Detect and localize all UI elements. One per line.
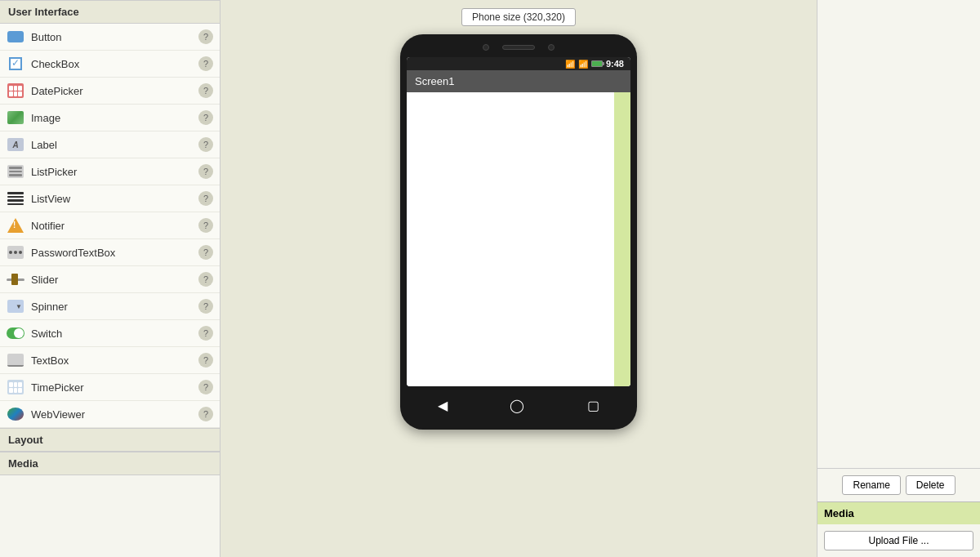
component-image[interactable]: Image ? — [0, 105, 220, 131]
webviewer-help[interactable]: ? — [198, 407, 213, 421]
right-sidebar: Rename Delete Media Upload File ... — [817, 0, 980, 557]
button-icon — [7, 28, 24, 46]
phone-top — [407, 44, 630, 51]
screen-title: Screen1 — [415, 75, 454, 87]
rename-button[interactable]: Rename — [842, 475, 900, 495]
component-timepicker-label: TimePicker — [31, 381, 198, 394]
component-webviewer-label: WebViewer — [31, 408, 198, 421]
component-slider[interactable]: Slider ? — [0, 266, 220, 293]
component-checkbox[interactable]: CheckBox ? — [0, 51, 220, 78]
component-button-label: Button — [31, 31, 198, 43]
timepicker-icon — [7, 378, 24, 396]
upload-file-button[interactable]: Upload File ... — [824, 531, 973, 550]
phone-content[interactable] — [407, 92, 630, 386]
component-listpicker[interactable]: ListPicker ? — [0, 158, 220, 185]
nav-back-button[interactable]: ◀ — [438, 398, 448, 413]
center-area: Phone size (320,320) 📶 📶 9:48 Screen1 ◀ — [220, 0, 817, 557]
passwordtextbox-icon — [7, 243, 24, 261]
listview-icon — [7, 189, 24, 207]
media-section-header: Media — [0, 452, 220, 475]
phone-bottom-nav: ◀ ◯ ▢ — [407, 391, 630, 420]
component-spinner[interactable]: ▼ Spinner ? — [0, 293, 220, 320]
component-textbox[interactable]: TextBox ? — [0, 347, 220, 374]
listview-help[interactable]: ? — [198, 191, 213, 206]
component-listview[interactable]: ListView ? — [0, 185, 220, 212]
listpicker-icon — [7, 163, 24, 180]
phone-mockup: 📶 📶 9:48 Screen1 ◀ ◯ ▢ — [400, 34, 637, 430]
layout-section-header: Layout — [0, 428, 220, 452]
component-slider-label: Slider — [31, 274, 198, 286]
slider-help[interactable]: ? — [198, 272, 213, 287]
switch-help[interactable]: ? — [198, 326, 213, 341]
label-icon: A — [7, 136, 24, 154]
component-button[interactable]: Button ? — [0, 24, 220, 51]
datepicker-icon — [7, 82, 24, 100]
nav-home-button[interactable]: ◯ — [510, 398, 524, 413]
phone-status-bar: 📶 📶 9:48 — [407, 57, 630, 70]
component-notifier[interactable]: Notifier ? — [0, 212, 220, 239]
component-listview-label: ListView — [31, 193, 198, 205]
delete-button[interactable]: Delete — [906, 475, 956, 495]
component-label-label: Label — [31, 139, 198, 151]
passwordtextbox-help[interactable]: ? — [198, 245, 213, 260]
textbox-icon — [7, 351, 24, 369]
phone-size-bar: Phone size (320,320) — [461, 8, 576, 26]
component-passwordtextbox[interactable]: PasswordTextBox ? — [0, 239, 220, 266]
phone-titlebar: Screen1 — [407, 70, 630, 92]
ui-section-header: User Interface — [0, 0, 220, 24]
nav-recent-button[interactable]: ▢ — [587, 398, 599, 413]
image-icon — [7, 109, 24, 127]
component-label[interactable]: A Label ? — [0, 131, 220, 158]
component-timepicker[interactable]: TimePicker ? — [0, 374, 220, 401]
notifier-icon — [7, 216, 24, 234]
spinner-help[interactable]: ? — [198, 299, 213, 314]
component-switch-label: Switch — [31, 328, 198, 340]
phone-size-button[interactable]: Phone size (320,320) — [461, 8, 576, 26]
label-help[interactable]: ? — [198, 137, 213, 152]
checkbox-icon — [7, 55, 24, 73]
left-sidebar: User Interface Button ? CheckBox ? DateP… — [0, 0, 220, 557]
battery-icon — [591, 60, 603, 67]
webviewer-icon — [7, 405, 24, 423]
textbox-help[interactable]: ? — [198, 353, 213, 368]
notifier-help[interactable]: ? — [198, 218, 213, 233]
upload-area: Upload File ... — [817, 524, 980, 557]
phone-camera — [483, 44, 489, 51]
status-time: 9:48 — [606, 59, 624, 69]
slider-icon — [7, 270, 24, 288]
right-properties-section — [817, 0, 980, 468]
phone-screen[interactable]: 📶 📶 9:48 Screen1 — [407, 57, 630, 386]
image-help[interactable]: ? — [198, 110, 213, 125]
component-textbox-label: TextBox — [31, 354, 198, 367]
media-section-header: Media — [817, 501, 980, 524]
signal-icon: 📶 — [578, 60, 588, 69]
checkbox-help[interactable]: ? — [198, 56, 213, 71]
right-action-buttons: Rename Delete — [817, 468, 980, 501]
component-webviewer[interactable]: WebViewer ? — [0, 401, 220, 428]
switch-icon — [7, 324, 24, 342]
component-spinner-label: Spinner — [31, 301, 198, 313]
datepicker-help[interactable]: ? — [198, 83, 213, 98]
phone-speaker — [502, 45, 535, 50]
component-switch[interactable]: Switch ? — [0, 320, 220, 347]
component-datepicker-label: DatePicker — [31, 85, 198, 97]
component-datepicker[interactable]: DatePicker ? — [0, 78, 220, 105]
wifi-icon: 📶 — [565, 60, 575, 69]
component-notifier-label: Notifier — [31, 220, 198, 232]
listpicker-help[interactable]: ? — [198, 164, 213, 179]
spinner-icon: ▼ — [7, 297, 24, 315]
component-checkbox-label: CheckBox — [31, 58, 198, 70]
component-listpicker-label: ListPicker — [31, 166, 198, 178]
component-passwordtextbox-label: PasswordTextBox — [31, 247, 198, 259]
button-help[interactable]: ? — [198, 29, 213, 44]
timepicker-help[interactable]: ? — [198, 380, 213, 394]
component-image-label: Image — [31, 112, 198, 124]
phone-content-scrollbar — [614, 92, 630, 386]
phone-camera-2 — [548, 44, 555, 51]
